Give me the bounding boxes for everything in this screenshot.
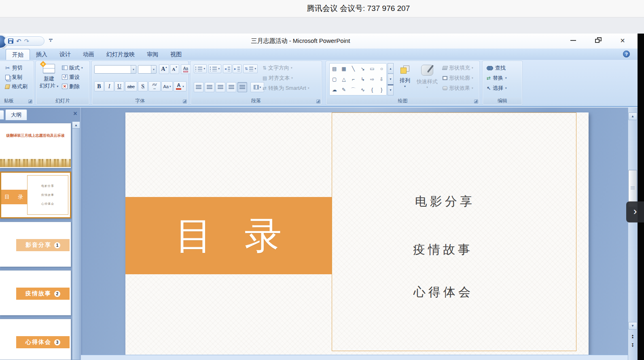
toc-item-epidemic[interactable]: 疫情故事 (413, 241, 473, 258)
align-left-button[interactable] (194, 82, 203, 92)
scroll-up-button[interactable]: ▲ (628, 112, 637, 120)
shape-icon[interactable]: ∿ (358, 85, 367, 95)
reset-button[interactable]: ↺ 重设 (62, 73, 80, 81)
chevron-down-icon[interactable]: ▾ (131, 66, 136, 73)
copy-button[interactable]: 复制 (5, 74, 22, 81)
gallery-more-button[interactable]: ▼ (388, 85, 394, 95)
italic-button[interactable]: I (104, 81, 114, 91)
chevron-down-icon[interactable]: ▾ (151, 66, 156, 73)
shape-icon[interactable]: ▤ (330, 64, 339, 74)
slide-thumbnail-1[interactable]: 级翻译班三月线上志愿活动及云乐读 (0, 123, 71, 168)
decrease-indent-button[interactable]: ◂ (223, 64, 232, 73)
shrink-font-button[interactable]: A▾ (170, 64, 179, 74)
bold-button[interactable]: B (94, 81, 104, 91)
slide-thumbnail-2-selected[interactable]: 电影分享 疫情故事 心得体会 目 录 (0, 172, 71, 218)
slide-thumbnail-4[interactable]: 疫情故事 2 (0, 270, 71, 316)
bullets-button[interactable]: ▾ (194, 64, 207, 73)
columns-button[interactable]: ▾ (250, 82, 264, 92)
shape-icon[interactable]: ▢ (330, 74, 339, 85)
shape-icon[interactable]: ☁ (330, 85, 339, 95)
pane-splitter[interactable] (80, 108, 82, 360)
font-size-combo[interactable]: ▾ (138, 65, 157, 74)
tab-animations[interactable]: 动画 (77, 49, 100, 60)
increase-indent-button[interactable]: ▸ (233, 64, 241, 73)
toc-item-movie[interactable]: 电影分享 (415, 193, 475, 210)
toc-content-box[interactable] (332, 112, 576, 351)
shape-outline-button[interactable]: 形状轮廓 ▾ (443, 74, 473, 82)
slide-thumbnail-5[interactable]: 心得体会 3 (0, 319, 71, 360)
outline-tab[interactable]: 大纲 (5, 109, 27, 120)
gallery-down-button[interactable]: ▼ (388, 74, 394, 84)
shape-icon[interactable]: ↳ (358, 74, 367, 85)
paragraph-dialog-launcher[interactable] (316, 100, 320, 104)
shape-effects-button[interactable]: 形状效果 ▾ (443, 85, 473, 92)
tab-review[interactable]: 审阅 (141, 49, 164, 60)
tab-design[interactable]: 设计 (53, 49, 77, 60)
underline-button[interactable]: U (114, 81, 124, 91)
line-spacing-button[interactable]: ⇅▾ (243, 64, 258, 73)
slide-thumbnail-3[interactable]: 影音分享 1 (0, 222, 71, 267)
numbering-button[interactable]: ▾ (208, 64, 221, 73)
format-painter-button[interactable]: 格式刷 (5, 83, 28, 90)
tab-home[interactable]: 开始 (6, 49, 30, 60)
minimize-button[interactable] (565, 35, 582, 46)
select-button[interactable]: ↖ 选择 ▾ (487, 85, 507, 92)
grow-font-button[interactable]: A▴ (159, 64, 169, 74)
toc-title-band[interactable]: 目 录 (125, 197, 332, 274)
clear-formatting-button[interactable]: Aa (181, 64, 191, 74)
previous-slide-button[interactable]: ▲▲ (628, 332, 637, 340)
text-shadow-button[interactable]: S (138, 81, 148, 91)
shape-icon[interactable]: △ (339, 74, 348, 85)
arrange-button[interactable]: 排列 ▾ (396, 63, 413, 99)
quick-styles-button[interactable]: 快速样式 ▾ (415, 63, 439, 99)
help-icon[interactable]: ? (623, 51, 630, 57)
character-spacing-button[interactable]: AV↔ (148, 81, 161, 91)
text-direction-button[interactable]: ⇅ 文字方向 ▾ (263, 64, 292, 72)
clipboard-dialog-launcher[interactable] (28, 100, 32, 104)
align-text-button[interactable]: ▤ 对齐文本 ▾ (263, 74, 293, 82)
shape-icon[interactable]: { (367, 85, 377, 95)
distribute-button[interactable] (237, 82, 247, 92)
meeting-panel-toggle[interactable]: › (626, 201, 644, 222)
tab-slideshow[interactable]: 幻灯片放映 (100, 49, 141, 60)
shape-icon[interactable]: ↘ (358, 64, 367, 74)
tab-view[interactable]: 视图 (164, 49, 188, 60)
align-center-button[interactable] (205, 82, 214, 92)
drawing-dialog-launcher[interactable] (474, 100, 478, 104)
shape-icon[interactable]: ⇨ (367, 74, 377, 85)
strikethrough-button[interactable]: abe (125, 81, 137, 91)
shape-icon[interactable]: ○ (377, 64, 386, 74)
change-case-button[interactable]: Aa▾ (161, 81, 173, 91)
layout-button[interactable]: 版式 ▾ (62, 64, 83, 72)
shape-icon[interactable]: ▦ (339, 64, 348, 74)
align-right-button[interactable] (216, 82, 225, 92)
slides-tab-partial[interactable] (0, 110, 4, 120)
toc-item-reflection[interactable]: 心得体会 (413, 284, 473, 301)
new-slide-button[interactable]: 新建 幻灯片 ▾ (38, 63, 60, 98)
font-name-combo[interactable]: ▾ (94, 65, 136, 74)
restore-button[interactable] (590, 35, 607, 46)
convert-smartart-button[interactable]: ⇄ 转换为 SmartArt ▾ (263, 85, 309, 92)
shape-icon[interactable]: ▭ (367, 64, 377, 74)
shape-icon[interactable]: ╲ (349, 64, 358, 74)
shape-icon[interactable]: ✎ (339, 85, 348, 95)
find-button[interactable]: 查找 (487, 64, 506, 72)
replace-button[interactable]: ⇄ 替换 ▾ (487, 74, 507, 82)
scroll-down-button[interactable]: ▼ (628, 322, 637, 330)
pane-close-button[interactable]: × (71, 110, 79, 118)
delete-button[interactable]: ✕ 删除 (62, 82, 80, 91)
shape-icon[interactable]: ⌐ (349, 74, 358, 85)
shape-icon[interactable]: ⇩ (377, 74, 386, 85)
gallery-up-button[interactable]: ▲ (388, 63, 394, 74)
scroll-up-icon[interactable]: ▲ (72, 122, 80, 129)
shape-fill-button[interactable]: 形状填充 ▾ (443, 64, 473, 72)
thumbnails-scrollbar[interactable]: ▲ (72, 121, 80, 360)
next-slide-button[interactable]: ▼▼ (628, 341, 637, 349)
cut-button[interactable]: ✂ 剪切 (5, 64, 23, 72)
close-button[interactable]: × (614, 35, 631, 46)
shape-icon[interactable]: } (377, 85, 386, 95)
justify-button[interactable] (227, 82, 236, 92)
font-dialog-launcher[interactable] (183, 100, 187, 104)
font-color-button[interactable]: A ▾ (174, 81, 186, 91)
shape-icon[interactable]: ⌒ (349, 85, 358, 95)
